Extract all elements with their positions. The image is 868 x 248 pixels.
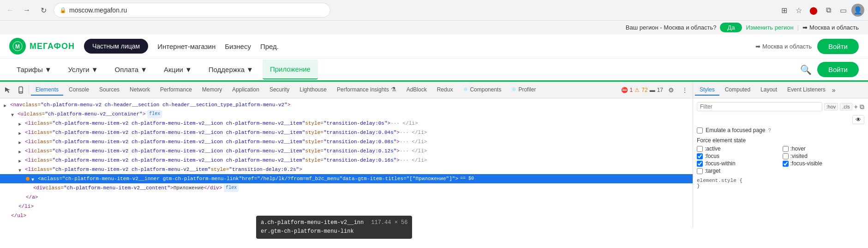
warning-count: 72 [641,87,647,93]
devtools-panel: Elements Console Sources Network Perform… [0,80,868,228]
tab-performance[interactable]: Performance [156,85,197,96]
help-icon: ? [768,127,771,133]
btn-login[interactable]: Войти [817,39,859,54]
translate-icon[interactable]: ⊞ [778,4,790,17]
forward-button[interactable]: → [20,4,33,17]
tab-network[interactable]: Network [125,85,155,96]
search-button[interactable]: 🔍 [800,64,812,75]
target-checkbox[interactable] [697,168,703,174]
html-line[interactable]: ▼ <li class="ch-platform-menu-item-v2 ch… [0,165,693,174]
html-line[interactable]: <div class="ch-platform-menu-item-v2__co… [0,183,693,193]
visited-checkbox[interactable] [783,153,789,159]
hover-checkbox[interactable] [783,146,789,152]
styles-filter-input[interactable] [697,102,822,111]
sidebar-icon[interactable]: ▭ [837,4,850,17]
devtools-content: ► <nav class="ch-platform-menu-v2 ch-hea… [0,98,693,228]
nav-item-payment[interactable]: Оплата ▼ [108,60,155,79]
address-text: moscow.megafon.ru [69,6,127,14]
right-tab-styles[interactable]: Styles [695,85,719,96]
tab-security[interactable]: Security [265,85,294,96]
expand-arrow[interactable]: ► [18,121,24,126]
expand-arrow[interactable]: ▼ [31,176,37,181]
inspect-element-btn[interactable]: 👁 [852,115,864,124]
tab-sources[interactable]: Sources [95,85,124,96]
expand-arrow[interactable]: ▼ [18,167,24,172]
tab-lighthouse[interactable]: Lighthouse [295,85,331,96]
site-main-header: M МЕГАФОН Частным лицам Интернет-магазин… [0,34,868,58]
styles-filter-row: :hov .cls + ⧉ [697,102,864,111]
tooltip-line1: a.ch-platform-menu-item-v2__inn [261,219,364,226]
devtools-settings-btn[interactable]: ⚙ [665,84,677,96]
expand-arrow[interactable]: ► [18,148,24,154]
state-visited: :visited [783,153,865,159]
html-line[interactable]: ► <li class="ch-platform-menu-item-v2 ch… [0,156,693,165]
active-checkbox[interactable] [697,146,703,152]
tab-console[interactable]: Console [64,85,94,96]
tab-performance-insights[interactable]: Performance insights ⚗ [332,84,401,96]
html-line[interactable]: ► <li class="ch-platform-menu-item-v2 ch… [0,119,693,128]
focus-checkbox[interactable] [697,153,703,159]
btn-private[interactable]: Частным лицам [84,39,148,54]
cursor-icon [4,86,12,94]
address-bar[interactable]: 🔒 moscow.megafon.ru [54,3,330,18]
html-line[interactable]: </a> [0,193,693,202]
tab-memory[interactable]: Memory [198,85,227,96]
html-line[interactable]: ▼ <ul class="ch-platform-menu-v2__contai… [0,109,693,119]
nav-item-sales[interactable]: Акции ▼ [156,60,199,79]
tab-application[interactable]: Application [227,85,264,96]
right-tab-computed[interactable]: Computed [720,85,755,96]
btn-change-region[interactable]: Изменить регион [746,24,793,31]
btn-yes[interactable]: Да [720,23,742,32]
tab-elements[interactable]: Elements [31,85,63,96]
state-target: :target [697,168,779,174]
right-tabs-overflow-btn[interactable]: » [832,86,836,94]
html-line[interactable]: ► <li class="ch-platform-menu-item-v2 ch… [0,146,693,156]
nav-item-tariffs[interactable]: Тарифы ▼ [9,60,59,79]
browser-actions: ⊞ ☆ ⬤ ⧉ ▭ 👤 [778,4,864,17]
nav-link-pred[interactable]: Пред. [260,42,279,50]
btn-enter[interactable]: Войти [817,62,859,77]
expand-arrow[interactable]: ► [18,130,24,135]
tab-profiler[interactable]: ⚛ Profiler [507,84,540,96]
bookmark-icon[interactable]: ☆ [792,4,805,17]
expand-arrow[interactable]: ► [4,102,9,108]
html-line[interactable]: ► <li class="ch-platform-menu-item-v2 ch… [0,128,693,137]
profile-icon[interactable]: 👤 [851,4,864,17]
back-button[interactable]: ← [4,4,17,17]
tab-redux[interactable]: Redux [432,85,458,96]
devtools-more-btn[interactable]: ⋮ [679,84,691,96]
tab-adblock[interactable]: AdBlock [402,85,431,96]
site-section: Ваш регион - Москва и область? Да Измени… [0,21,868,80]
tab-components[interactable]: ⚛ Components [458,84,506,96]
nav-link-shop[interactable]: Интернет-магазин [157,42,216,50]
focus-within-checkbox[interactable] [697,161,703,167]
devtools-device-btn[interactable] [15,84,27,96]
cls-pseudo-btn[interactable]: .cls [840,103,852,110]
state-active: :active [697,145,779,152]
logo-text: МЕГАФОН [30,42,75,51]
nav-item-services[interactable]: Услуги ▼ [61,60,106,79]
focus-visible-checkbox[interactable] [783,161,789,167]
reload-button[interactable]: ↻ [37,4,50,17]
right-tab-layout[interactable]: Layout [756,85,782,96]
right-tab-event-listeners[interactable]: Event Listeners [783,85,830,96]
html-line[interactable]: </li> [0,202,693,211]
nav-item-app[interactable]: Приложение [263,60,318,79]
extension-red-icon[interactable]: ⬤ [807,4,820,17]
hov-pseudo-btn[interactable]: :hov [824,103,838,110]
site-nav-links: Интернет-магазин Бизнесу Пред. [157,42,746,50]
extensions-icon[interactable]: ⧉ [822,4,835,17]
html-line[interactable]: ► <li class="ch-platform-menu-item-v2 ch… [0,137,693,146]
chevron-down-icon: ▼ [91,66,98,73]
nav-link-business[interactable]: Бизнесу [225,42,251,50]
devtools-select-element-btn[interactable] [2,84,14,96]
emulate-focused-page-checkbox[interactable] [697,127,703,133]
styles-more-icon[interactable]: ⧉ [860,103,864,111]
expand-arrow[interactable]: ► [18,157,24,163]
expand-arrow[interactable]: ► [18,139,24,145]
html-line-selected[interactable]: ▼ <a class="ch-platform-menu-item-v2__in… [0,174,693,183]
expand-arrow[interactable]: ▼ [11,111,17,117]
nav-item-support[interactable]: Поддержка ▼ [201,60,261,79]
add-style-icon[interactable]: + [854,103,858,110]
html-line[interactable]: ► <nav class="ch-platform-menu-v2 ch-hea… [0,100,693,109]
